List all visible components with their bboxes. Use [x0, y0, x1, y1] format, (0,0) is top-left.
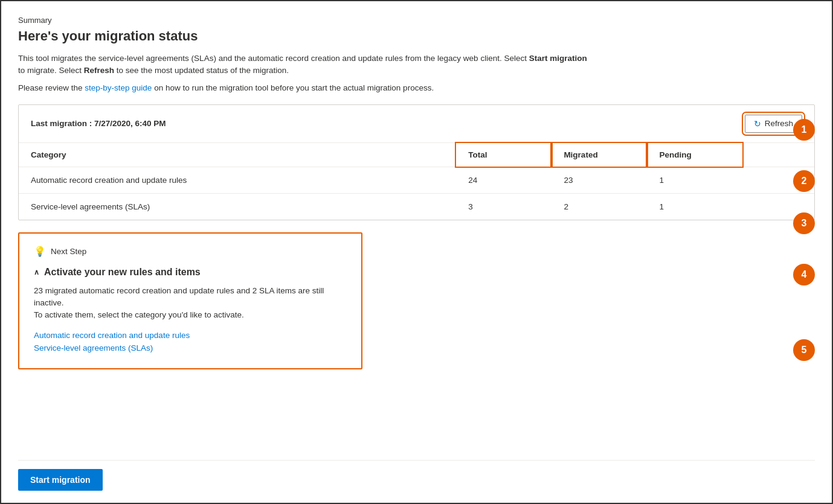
- migration-table: Category Total Migrated Pending Automati…: [19, 143, 814, 220]
- last-migration-label: Last migration : 7/27/2020, 6:40 PM: [31, 119, 166, 128]
- callout-5: 5: [793, 339, 815, 361]
- cell-pending-1: 1: [647, 193, 742, 220]
- migration-table-container: Category Total Migrated Pending Automati…: [19, 143, 814, 220]
- lightbulb-icon: 💡: [34, 246, 46, 257]
- activate-title-text: Activate your new rules and items: [44, 267, 201, 278]
- guide-paragraph: Please review the step-by-step guide on …: [18, 83, 815, 92]
- col-header-empty: [742, 143, 814, 167]
- desc-mid: to migrate. Select: [18, 66, 84, 75]
- col-header-category: Category: [19, 143, 456, 167]
- desc-end: to see the most updated status of the mi…: [114, 66, 289, 75]
- callout-1: 1: [793, 119, 815, 141]
- cell-migrated-0: 23: [552, 167, 647, 193]
- cell-category-1: Service-level agreements (SLAs): [19, 193, 456, 220]
- next-step-label: Next Step: [51, 247, 86, 256]
- next-step-box: 💡 Next Step ∧ Activate your new rules an…: [18, 232, 362, 370]
- cell-migrated-1: 2: [552, 193, 647, 220]
- desc-bold-refresh: Refresh: [84, 66, 114, 75]
- description-text: This tool migrates the service-level agr…: [18, 53, 592, 77]
- table-header-row: Category Total Migrated Pending: [19, 143, 814, 167]
- cell-total-0: 24: [456, 167, 552, 193]
- col-header-total: Total: [456, 143, 552, 167]
- col-header-migrated: Migrated: [552, 143, 647, 167]
- col-header-pending: Pending: [647, 143, 742, 167]
- guide-pre: Please review the: [18, 83, 85, 92]
- callout-3: 3: [793, 212, 815, 234]
- summary-label: Summary: [18, 16, 815, 25]
- callout-2: 2: [793, 170, 815, 192]
- desc-bold-start-migration: Start migration: [529, 54, 587, 63]
- refresh-icon: ↻: [754, 119, 761, 129]
- page-title: Here's your migration status: [18, 28, 815, 44]
- bottom-bar: Start migration: [18, 460, 815, 491]
- callout-4: 4: [793, 264, 815, 285]
- desc-pre: This tool migrates the service-level agr…: [18, 54, 529, 63]
- cell-pending-0: 1: [647, 167, 742, 193]
- card-header: Last migration : 7/27/2020, 6:40 PM ↻ Re…: [19, 105, 814, 143]
- start-migration-button[interactable]: Start migration: [18, 469, 103, 491]
- refresh-label: Refresh: [765, 119, 793, 128]
- activate-title: ∧ Activate your new rules and items: [34, 267, 347, 278]
- table-row: Service-level agreements (SLAs) 3 2 1: [19, 193, 814, 220]
- guide-post: on how to run the migration tool before …: [152, 83, 434, 92]
- guide-link[interactable]: step-by-step guide: [85, 83, 152, 92]
- chevron-up-icon: ∧: [34, 268, 39, 276]
- activate-link-rules[interactable]: Automatic record creation and update rul…: [34, 331, 347, 340]
- next-step-header: 💡 Next Step: [34, 246, 347, 257]
- table-row: Automatic record creation and update rul…: [19, 167, 814, 193]
- cell-category-0: Automatic record creation and update rul…: [19, 167, 456, 193]
- cell-total-1: 3: [456, 193, 552, 220]
- activate-description: 23 migrated automatic record creation an…: [34, 285, 347, 322]
- activate-link-slas[interactable]: Service-level agreements (SLAs): [34, 343, 347, 352]
- migration-card: Last migration : 7/27/2020, 6:40 PM ↻ Re…: [18, 104, 815, 220]
